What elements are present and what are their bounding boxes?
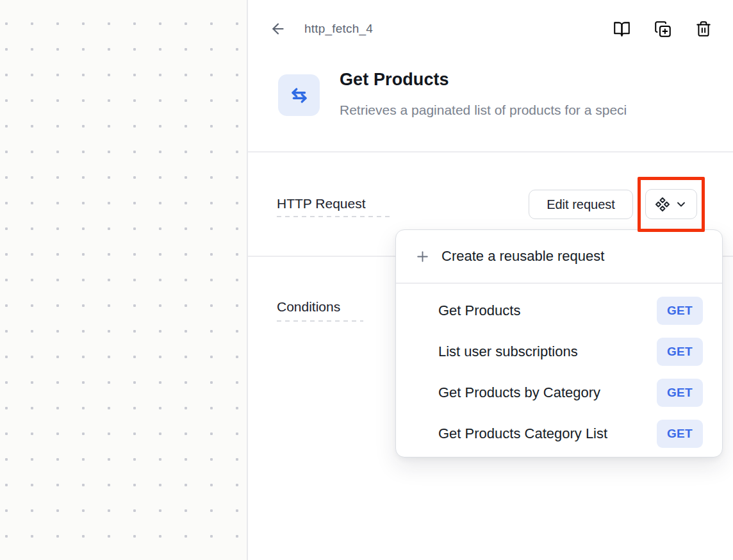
copy-plus-icon [654,21,671,38]
plus-icon [415,249,431,265]
menu-item-get-products-by-category[interactable]: Get Products by Category GET [396,372,722,413]
conditions-underline [277,320,363,322]
node-title: Get Products [340,70,449,90]
menu-item-label: Get Products [438,302,520,319]
method-badge: GET [657,338,703,366]
menu-item-get-products-category-list[interactable]: Get Products Category List GET [396,413,722,454]
reusable-request-dropdown-menu: Create a reusable request Get Products G… [395,229,723,457]
book-open-icon [613,21,630,38]
conditions-label: Conditions [277,299,340,315]
docs-button[interactable] [613,20,630,38]
create-reusable-request-item[interactable]: Create a reusable request [396,230,722,283]
http-request-underline [277,216,392,217]
workflow-canvas[interactable] [0,0,247,560]
http-request-label: HTTP Request [277,196,366,211]
node-description: Retrieves a paginated list of products f… [340,103,733,118]
swap-arrows-icon [288,85,310,106]
menu-divider [396,283,722,284]
method-badge: GET [657,297,703,325]
reusable-request-dropdown-trigger[interactable] [645,189,697,219]
back-button[interactable] [269,20,287,38]
component-diamonds-icon [655,197,670,212]
section-divider [248,151,733,152]
workflow-editor-screen: http_fetch_4 Get [0,0,733,560]
menu-item-get-products[interactable]: Get Products GET [396,290,722,331]
create-reusable-request-label: Create a reusable request [441,248,604,265]
method-badge: GET [657,420,703,448]
menu-item-label: List user subscriptions [438,343,578,360]
menu-item-list-user-subscriptions[interactable]: List user subscriptions GET [396,331,722,372]
step-id-label: http_fetch_4 [304,22,373,36]
http-node-icon-tile [278,74,320,116]
arrow-left-icon [270,21,286,37]
delete-button[interactable] [695,20,712,38]
duplicate-button[interactable] [654,20,671,38]
trash-icon [695,21,712,37]
chevron-down-icon [675,198,688,211]
header-actions [613,20,712,38]
menu-item-label: Get Products Category List [438,425,607,442]
edit-request-button[interactable]: Edit request [529,190,633,219]
menu-item-label: Get Products by Category [438,384,600,401]
method-badge: GET [657,379,703,407]
